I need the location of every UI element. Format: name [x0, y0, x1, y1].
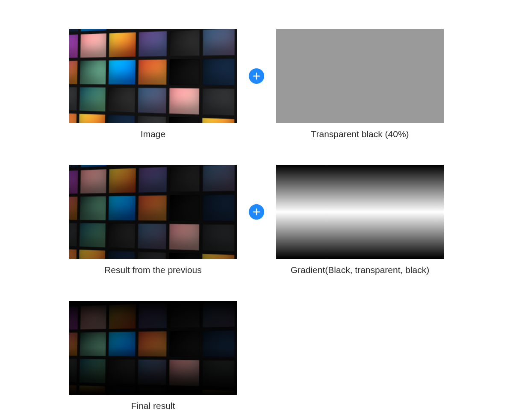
- cell-swatch-black40: Transparent black (40%): [276, 29, 444, 139]
- cell-image-final: Final result: [69, 301, 237, 411]
- caption-final: Final result: [131, 401, 175, 411]
- thumb-original: [69, 29, 237, 123]
- thumb-gradient: [276, 165, 444, 259]
- row-3: Final result: [69, 301, 444, 411]
- caption-gradient: Gradient(Black, transparent, black): [291, 265, 429, 275]
- cell-image-original: Image: [69, 29, 237, 139]
- cell-swatch-gradient: Gradient(Black, transparent, black): [276, 165, 444, 275]
- plus-icon: [249, 68, 264, 84]
- thumb-final: [69, 301, 237, 395]
- operator-1: [249, 29, 264, 123]
- caption-original: Image: [141, 129, 165, 139]
- plus-icon: [249, 204, 264, 220]
- caption-black40: Transparent black (40%): [311, 129, 409, 139]
- row-1: Image Transparent black (40%): [69, 29, 444, 139]
- row-2: Result from the previous Gradient(Black,…: [69, 165, 444, 275]
- thumb-black40: [276, 29, 444, 123]
- diagram-canvas: Image Transparent black (40%): [0, 0, 513, 411]
- operator-2: [249, 165, 264, 259]
- caption-prev: Result from the previous: [104, 265, 202, 275]
- cell-image-prev: Result from the previous: [69, 165, 237, 275]
- thumb-prev: [69, 165, 237, 259]
